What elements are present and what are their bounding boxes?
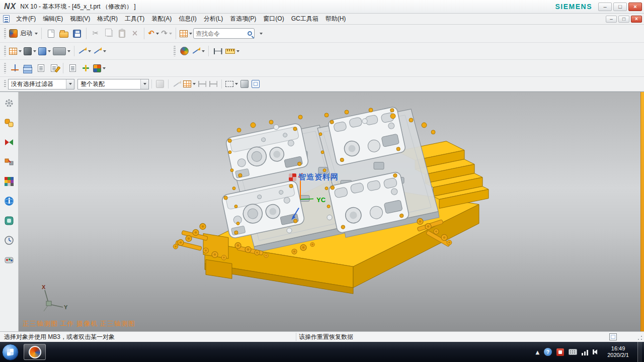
volume-icon[interactable] — [594, 349, 597, 354]
status-grid-icon[interactable] — [609, 333, 617, 340]
new-file-button[interactable] — [44, 27, 57, 40]
display-mode-button[interactable] — [37, 45, 52, 58]
tray-app-icon[interactable] — [556, 348, 564, 356]
toolbar-grip[interactable] — [174, 46, 176, 56]
menu-view[interactable]: 视图(V) — [66, 14, 94, 24]
toolbar-grip[interactable] — [4, 80, 6, 88]
orient-view-button[interactable] — [77, 45, 92, 58]
show-desktop-button[interactable] — [637, 342, 642, 362]
tray-expand-icon[interactable]: ▲ — [535, 349, 539, 355]
display-sheet-button[interactable] — [66, 62, 79, 75]
menu-edit[interactable]: 编辑(E) — [39, 14, 66, 24]
undo-button[interactable]: ↶ — [147, 27, 160, 40]
paste-icon — [119, 30, 125, 38]
pinwheel-icon[interactable] — [3, 136, 15, 148]
measure-tools-button[interactable] — [224, 45, 240, 58]
menu-help[interactable]: 帮助(H) — [322, 14, 350, 24]
render-style-button[interactable] — [23, 45, 37, 58]
copy-button[interactable] — [102, 27, 115, 40]
windows-taskbar: ▲ ? 16:49 2020/2/1 — [0, 342, 644, 362]
datum-csys-button[interactable] — [8, 62, 21, 75]
search-options-button[interactable] — [255, 27, 268, 40]
background-button[interactable] — [52, 45, 71, 58]
vector-dialog-button[interactable] — [191, 45, 206, 58]
model-3d[interactable]: YC — [19, 92, 640, 331]
snap-point-button[interactable] — [178, 45, 191, 58]
view-operations-button[interactable] — [92, 45, 107, 58]
shaded-select-button[interactable] — [239, 78, 250, 89]
redo-button[interactable]: ↷ — [160, 27, 173, 40]
chevron-down-icon — [193, 83, 196, 85]
search-icon[interactable] — [248, 31, 252, 36]
highlight-button[interactable] — [171, 78, 182, 89]
general-selection-button[interactable] — [154, 78, 166, 89]
sheet-pencil-icon — [51, 64, 57, 72]
paste-button[interactable] — [115, 27, 128, 40]
chevron-down-icon — [103, 50, 106, 52]
internet-info-icon[interactable] — [3, 195, 15, 207]
menu-analysis[interactable]: 分析(L) — [200, 14, 227, 24]
repeat-command-button[interactable] — [179, 27, 193, 40]
graphics-viewport[interactable]: YC 智造资料网 X Y 正三轴测图 工作 摄像机 正三轴测图 — [19, 92, 640, 331]
constraints-icon[interactable] — [3, 156, 15, 168]
taskbar-nx-app[interactable] — [24, 344, 46, 360]
delete-button[interactable]: × — [128, 27, 141, 40]
close-button[interactable]: × — [628, 3, 642, 11]
roles-icon[interactable] — [3, 117, 15, 129]
taskbar-clock[interactable]: 16:49 2020/2/1 — [603, 345, 633, 358]
toolbar-grip[interactable] — [4, 28, 6, 39]
menu-tools[interactable]: 工具(T) — [121, 14, 148, 24]
cut-button[interactable]: ✂ — [89, 27, 102, 40]
resize-grip[interactable] — [637, 335, 642, 340]
touch-icon[interactable] — [3, 215, 15, 227]
transform-button[interactable] — [92, 62, 107, 75]
sheet-button[interactable] — [34, 62, 47, 75]
maximize-button[interactable]: □ — [613, 3, 627, 11]
start-button[interactable] — [2, 344, 19, 360]
type-filter-combo[interactable]: 没有选择过滤器 — [8, 79, 74, 89]
combo-arrow[interactable] — [66, 79, 74, 89]
midpoint-snap-button[interactable] — [208, 78, 219, 89]
child-minimize-button[interactable]: – — [606, 16, 617, 23]
history-clock-icon[interactable] — [3, 234, 15, 246]
measure-distance-button[interactable] — [211, 45, 224, 58]
document-icon[interactable] — [3, 15, 10, 23]
point-snap-button[interactable] — [197, 78, 208, 89]
gear-icon[interactable] — [3, 97, 15, 109]
toolbar-grip[interactable] — [4, 46, 6, 56]
keyboard-icon[interactable] — [569, 349, 577, 355]
snap-enable-button[interactable] — [182, 78, 197, 89]
open-file-button[interactable] — [57, 27, 70, 40]
action-center-icon[interactable]: ? — [544, 348, 552, 356]
window-layout-button[interactable] — [8, 45, 23, 58]
move-component-button[interactable] — [79, 62, 92, 75]
menu-format[interactable]: 格式(R) — [94, 14, 121, 24]
wireframe-select-button[interactable] — [250, 78, 261, 89]
menu-gc-toolbox[interactable]: GC工具箱 — [288, 14, 322, 24]
save-button[interactable] — [70, 27, 84, 40]
resource-bar-strip[interactable] — [640, 92, 644, 331]
view-triad[interactable]: X Y — [34, 283, 70, 316]
toolbar-grip[interactable] — [4, 63, 6, 73]
child-close-button[interactable]: × — [631, 16, 642, 23]
materials-icon[interactable] — [3, 254, 15, 266]
rectangle-select-button[interactable] — [224, 78, 239, 89]
menu-preferences[interactable]: 首选项(P) — [226, 14, 260, 24]
command-search-input[interactable] — [196, 30, 246, 37]
network-icon[interactable] — [582, 349, 589, 355]
selection-scope-combo[interactable]: 整个装配 — [77, 79, 149, 89]
open-folder-icon — [59, 32, 68, 38]
view-status-label: 正三轴测图 工作 摄像机 正三轴测图 — [23, 319, 135, 328]
part-cube-icon[interactable] — [3, 175, 15, 188]
start-menu-button[interactable]: 启动 — [8, 27, 39, 40]
menu-information[interactable]: 信息(I) — [175, 14, 200, 24]
child-restore-button[interactable]: □ — [618, 16, 629, 23]
menu-assembly[interactable]: 装配(A) — [148, 14, 175, 24]
minimize-button[interactable]: – — [598, 3, 612, 11]
marquee-icon — [225, 81, 233, 87]
menu-window[interactable]: 窗口(O) — [260, 14, 287, 24]
menu-file[interactable]: 文件(F) — [13, 14, 39, 24]
annotation-button[interactable] — [47, 62, 60, 75]
combo-arrow[interactable] — [140, 79, 148, 89]
layer-settings-button[interactable] — [21, 62, 34, 75]
